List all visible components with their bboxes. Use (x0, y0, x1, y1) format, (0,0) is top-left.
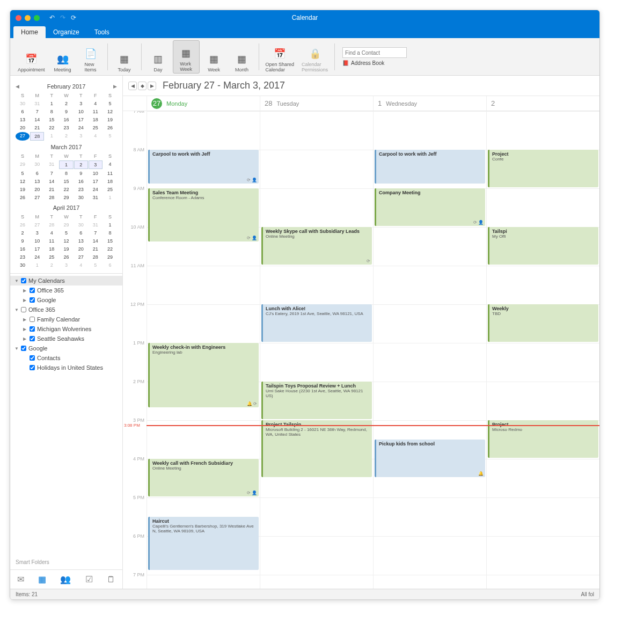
minical-day[interactable]: 5 (103, 132, 117, 141)
minical-day[interactable]: 5 (16, 170, 30, 177)
minical-day[interactable]: 28 (45, 194, 58, 201)
minical-day[interactable]: 27 (30, 194, 44, 201)
calendar-checkbox[interactable] (30, 365, 35, 370)
month-view-button[interactable]: ▦Month (229, 40, 255, 74)
minical-day[interactable]: 26 (16, 194, 30, 201)
next-week-button[interactable]: ▶ (148, 82, 156, 90)
undo-icon[interactable]: ↶ (49, 14, 55, 21)
calendar-checkbox[interactable] (30, 355, 35, 361)
minical-day[interactable]: 16 (16, 245, 30, 253)
minical-day[interactable]: 3 (89, 160, 103, 169)
calendar-group[interactable]: ▼ Google (10, 343, 122, 353)
minical-day[interactable]: 4 (74, 261, 88, 269)
minical-day[interactable]: 4 (103, 160, 117, 169)
minical-day[interactable]: 14 (30, 116, 44, 123)
address-book-button[interactable]: 📕Address Book (342, 60, 407, 66)
day-view-button[interactable]: ▥Day (145, 40, 172, 74)
minical-day[interactable]: 12 (59, 237, 73, 245)
minical-day[interactable]: 11 (45, 237, 58, 245)
minical-day[interactable]: 30 (30, 160, 44, 169)
minical-day[interactable]: 13 (16, 116, 30, 123)
minical-day[interactable]: 10 (74, 108, 88, 115)
people-nav-icon[interactable]: 👥 (60, 574, 71, 584)
calendar-event[interactable]: Lunch with Alice!CJ's Eatery, 2619 1st A… (261, 304, 372, 342)
minical-day[interactable]: 29 (59, 221, 73, 229)
minical-day[interactable]: 30 (16, 261, 30, 269)
minical-day[interactable]: 9 (59, 108, 73, 115)
minical-day[interactable]: 26 (16, 221, 30, 229)
minical-day[interactable]: 27 (74, 253, 88, 261)
minical-day[interactable]: 2 (59, 100, 73, 107)
minical-day[interactable]: 3 (74, 132, 88, 141)
minical-day[interactable]: 3 (74, 100, 88, 107)
minical-day[interactable]: 22 (103, 245, 117, 253)
minical-day[interactable]: 26 (59, 253, 73, 261)
minical-day[interactable]: 2 (45, 261, 58, 269)
calendar-event[interactable]: Project TailspinMicrosoft Building 2 - 1… (261, 420, 372, 477)
day-header[interactable]: 28Tuesday (260, 96, 373, 111)
calendar-checkbox[interactable] (21, 307, 26, 312)
minical-day[interactable]: 13 (30, 178, 44, 185)
minical-day[interactable]: 1 (103, 221, 117, 229)
day-column[interactable]: Weekly Skype call with Subsidiary LeadsO… (260, 111, 373, 589)
tab-organize[interactable]: Organize (46, 26, 87, 38)
minical-day[interactable]: 30 (16, 100, 30, 107)
minical-day[interactable]: 12 (103, 108, 117, 115)
minical-day[interactable]: 9 (16, 237, 30, 245)
calendar-checkbox[interactable] (30, 297, 35, 303)
calendar-checkbox[interactable] (21, 278, 26, 283)
appointment-button[interactable]: 📅Appointment (14, 40, 48, 74)
minical-day[interactable]: 24 (74, 124, 88, 131)
minical-day[interactable]: 14 (89, 237, 103, 245)
minical-day[interactable]: 1 (45, 100, 58, 107)
day-header[interactable]: 2 (486, 96, 599, 111)
minical-day[interactable]: 28 (30, 132, 44, 141)
minical-day[interactable]: 19 (103, 116, 117, 123)
minical-day[interactable]: 6 (30, 170, 44, 177)
minical-day[interactable]: 17 (30, 245, 44, 253)
tasks-nav-icon[interactable]: ☑ (85, 574, 93, 584)
find-contact-input[interactable] (342, 47, 407, 58)
minical-day[interactable]: 8 (103, 229, 117, 237)
calendar-item[interactable]: ▶ Google (10, 295, 122, 305)
work-week-view-button[interactable]: ▦Work Week (173, 40, 200, 74)
minical-day[interactable]: 17 (74, 116, 88, 123)
minical-day[interactable]: 5 (103, 100, 117, 107)
minical-day[interactable]: 27 (30, 221, 44, 229)
mail-nav-icon[interactable]: ✉ (17, 574, 24, 584)
minical-day[interactable]: 4 (89, 100, 103, 107)
calendar-event[interactable]: ProjectConfe (488, 150, 598, 187)
minical-day[interactable]: 18 (89, 116, 103, 123)
minical-day[interactable]: 25 (45, 253, 58, 261)
calendar-item[interactable]: ▶ Office 365 (10, 286, 122, 295)
minical-day[interactable]: 29 (103, 253, 117, 261)
minical-day[interactable]: 30 (74, 221, 88, 229)
calendar-event[interactable]: Weekly check-in with EngineersEngineerin… (148, 343, 259, 407)
close-window-icon[interactable] (16, 15, 21, 21)
new-items-button[interactable]: 📄New Items (77, 40, 104, 74)
day-header[interactable]: 27Monday (147, 96, 260, 111)
minical-day[interactable]: 2 (59, 132, 73, 141)
today-nav-button[interactable]: ◆ (138, 82, 147, 90)
minical-day[interactable]: 18 (45, 245, 58, 253)
notes-nav-icon[interactable]: 🗒 (107, 575, 115, 584)
minical-day[interactable]: 31 (89, 194, 103, 201)
minical-day[interactable]: 28 (45, 221, 58, 229)
minical-day[interactable]: 1 (30, 261, 44, 269)
minical-day[interactable]: 29 (59, 194, 73, 201)
minical-day[interactable]: 16 (59, 116, 73, 123)
calendar-checkbox[interactable] (30, 288, 35, 293)
calendar-event[interactable]: Weekly Skype call with Subsidiary LeadsO… (261, 227, 372, 265)
minical-day[interactable]: 27 (16, 132, 30, 141)
minical-day[interactable]: 25 (89, 124, 103, 131)
minical-day[interactable]: 8 (45, 108, 58, 115)
minical-day[interactable]: 24 (30, 253, 44, 261)
minical-day[interactable]: 19 (59, 245, 73, 253)
minical-day[interactable]: 3 (59, 261, 73, 269)
minical-day[interactable]: 21 (30, 124, 44, 131)
calendar-event[interactable]: WeeklyTBD (488, 304, 598, 342)
minical-day[interactable]: 13 (74, 237, 88, 245)
calendar-permissions-button[interactable]: 🔒Calendar Permissions (298, 40, 331, 74)
calendar-event[interactable]: Sales Team MeetingConference Room - Adam… (148, 188, 259, 241)
calendar-checkbox[interactable] (30, 336, 35, 341)
